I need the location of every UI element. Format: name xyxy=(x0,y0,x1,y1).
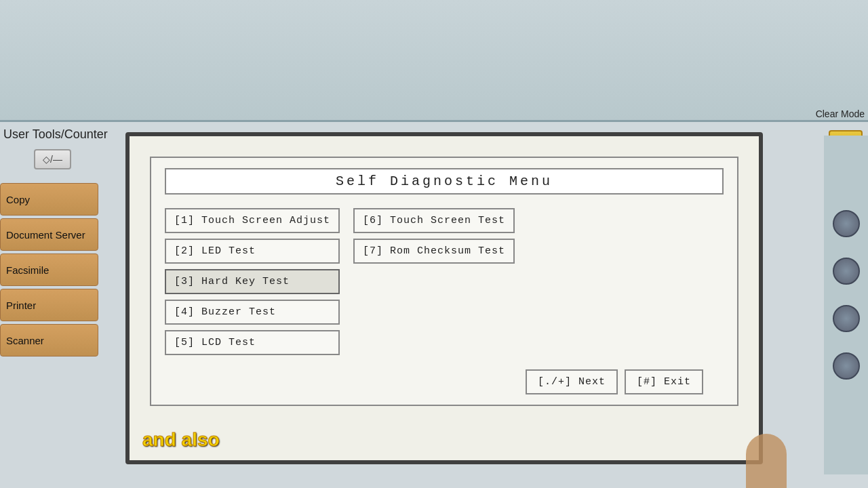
sidebar-item-printer[interactable]: Printer xyxy=(0,289,98,321)
icon-button-small[interactable]: ◇/— xyxy=(34,149,71,169)
menu-item-7-rom-checksum-test[interactable]: [7] Rom Checksum Test xyxy=(353,239,515,264)
sidebar-item-document-server[interactable]: Document Server xyxy=(0,218,98,251)
sidebar-item-scanner[interactable]: Scanner xyxy=(0,324,98,357)
caption-text: and also xyxy=(142,429,220,451)
finger-hint xyxy=(746,434,787,488)
bottom-navigation: [./+] Next [#] Exit xyxy=(526,369,703,394)
left-menu: [1] Touch Screen Adjust [2] LED Test [3]… xyxy=(165,208,340,355)
dialog-content: [1] Touch Screen Adjust [2] LED Test [3]… xyxy=(165,208,724,355)
machine-top-casing xyxy=(0,0,868,122)
round-button-4[interactable] xyxy=(833,352,860,380)
menu-item-6-touch-screen-test[interactable]: [6] Touch Screen Test xyxy=(353,208,515,233)
menu-item-5-lcd-test[interactable]: [5] LCD Test xyxy=(165,330,340,355)
menu-item-1-touch-screen-adjust[interactable]: [1] Touch Screen Adjust xyxy=(165,208,340,233)
round-button-1[interactable] xyxy=(833,210,860,237)
main-screen: Self Diagnostic Menu [1] Touch Screen Ad… xyxy=(125,132,763,464)
dialog-box: Self Diagnostic Menu [1] Touch Screen Ad… xyxy=(150,157,738,406)
right-panel xyxy=(824,136,868,474)
menu-item-2-led-test[interactable]: [2] LED Test xyxy=(165,239,340,264)
screen-inner: Self Diagnostic Menu [1] Touch Screen Ad… xyxy=(130,136,759,460)
user-tools-header: User Tools/Counter xyxy=(3,127,108,142)
menu-item-4-buzzer-test[interactable]: [4] Buzzer Test xyxy=(165,300,340,325)
menu-item-3-hard-key-test[interactable]: [3] Hard Key Test xyxy=(165,269,340,294)
dialog-title: Self Diagnostic Menu xyxy=(165,168,724,195)
right-menu: [6] Touch Screen Test [7] Rom Checksum T… xyxy=(353,208,515,355)
exit-button[interactable]: [#] Exit xyxy=(625,369,703,394)
sidebar-item-facsimile[interactable]: Facsimile xyxy=(0,253,98,286)
round-button-3[interactable] xyxy=(833,305,860,332)
clear-mode-label: Clear Mode xyxy=(816,108,865,119)
sidebar-item-copy[interactable]: Copy xyxy=(0,183,98,216)
next-button[interactable]: [./+] Next xyxy=(526,369,618,394)
round-button-2[interactable] xyxy=(833,258,860,285)
sidebar-navigation: Copy Document Server Facsimile Printer S… xyxy=(0,183,108,357)
